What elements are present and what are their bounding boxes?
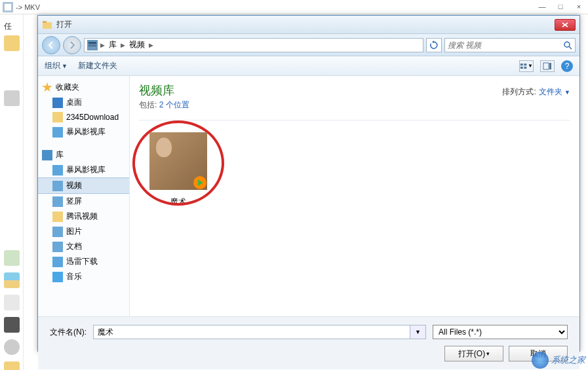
taskbar-folder-icon[interactable] [4, 35, 20, 51]
open-file-dialog: 打开 ▶ 库 ▶ 视频 ▶ [37, 15, 580, 352]
breadcrumb-sep-icon: ▶ [121, 42, 125, 48]
taskbar-gear-icon[interactable] [4, 339, 20, 355]
search-icon[interactable] [563, 41, 572, 50]
taskbar-disc-icon[interactable] [4, 317, 20, 333]
svg-rect-11 [520, 66, 523, 68]
svg-rect-9 [520, 64, 523, 65]
breadcrumb-sep-icon: ▶ [149, 42, 153, 48]
sidebar-libraries-header[interactable]: 库 [38, 147, 129, 162]
organize-menu[interactable]: 组织▼ [45, 60, 68, 71]
play-overlay-icon [193, 176, 207, 190]
sidebar-item-pictures[interactable]: 图片 [38, 224, 129, 239]
folder-icon [52, 212, 63, 222]
help-button[interactable]: ? [561, 60, 573, 72]
includes-link[interactable]: 2 个位置 [159, 100, 189, 109]
bg-maximize-button[interactable]: □ [551, 0, 570, 13]
svg-rect-5 [88, 45, 96, 46]
file-type-filter[interactable]: All Files (*.*) [433, 325, 568, 339]
download-icon [52, 257, 63, 267]
bg-close-button[interactable]: × [570, 0, 588, 13]
sidebar-item-tencent[interactable]: 腾讯视频 [38, 209, 129, 224]
svg-rect-10 [524, 64, 526, 65]
breadcrumb-libraries[interactable]: 库 [108, 39, 118, 50]
file-item-magic[interactable]: 魔术 [146, 128, 211, 208]
sidebar-item-baofeng[interactable]: 暴风影视库 [38, 162, 129, 177]
location-subtitle: 包括: 2 个位置 [139, 100, 570, 111]
sidebar-item-videos[interactable]: 视频 [38, 177, 129, 194]
location-title: 视频库 [139, 83, 174, 98]
svg-rect-4 [88, 42, 96, 44]
breadcrumb[interactable]: ▶ 库 ▶ 视频 ▶ [84, 38, 423, 52]
nav-forward-button[interactable] [63, 36, 81, 54]
svg-rect-2 [43, 22, 52, 29]
sidebar-item-xunlei[interactable]: 迅雷下载 [38, 254, 129, 269]
nav-bar: ▶ 库 ▶ 视频 ▶ [38, 34, 579, 56]
dialog-icon [42, 20, 52, 30]
bg-app-icon [3, 2, 13, 12]
taskbar-folder2-icon[interactable] [4, 361, 20, 370]
taskbar-music-icon[interactable] [4, 250, 20, 266]
main-area: 收藏夹 桌面 2345Download 暴风影视库 库 暴风影视库 视频 竖屏 … [38, 76, 579, 316]
svg-rect-3 [43, 21, 47, 23]
bg-titlebar: -> MKV — □ × [0, 0, 588, 14]
svg-rect-12 [524, 66, 526, 68]
bg-title-arrow: -> [16, 3, 22, 11]
sort-value-dropdown[interactable]: 文件夹 ▼ [539, 86, 570, 98]
sidebar-item-documents[interactable]: 文档 [38, 239, 129, 254]
bg-task-label: 任 [0, 18, 23, 35]
open-button[interactable]: 打开(O)▾ [444, 346, 503, 361]
svg-line-8 [569, 46, 572, 49]
split-arrow-icon: ▾ [486, 350, 490, 357]
view-mode-button[interactable]: ▼ [519, 60, 534, 72]
new-folder-button[interactable]: 新建文件夹 [78, 60, 117, 71]
sidebar-item-baofeng-fav[interactable]: 暴风影视库 [38, 124, 129, 139]
breadcrumb-videos[interactable]: 视频 [128, 39, 146, 50]
libraries-icon [42, 150, 52, 160]
taskbar-doc-icon[interactable] [4, 295, 20, 310]
dialog-titlebar: 打开 [38, 16, 579, 34]
watermark: 系统之家 [532, 352, 585, 369]
picture-icon [52, 227, 63, 237]
dialog-close-button[interactable] [555, 19, 576, 31]
breadcrumb-sep-icon: ▶ [100, 42, 105, 48]
sidebar-item-desktop[interactable]: 桌面 [38, 95, 129, 110]
sidebar-favorites-header[interactable]: 收藏夹 [38, 80, 129, 95]
globe-icon [532, 352, 549, 369]
svg-rect-1 [5, 4, 11, 10]
video-icon [52, 181, 63, 191]
sort-controls: 排列方式: 文件夹 ▼ [502, 86, 570, 98]
video-icon [52, 196, 63, 207]
video-lib-icon [52, 165, 63, 176]
music-icon [52, 272, 63, 282]
star-icon [42, 83, 52, 93]
bg-window-controls: — □ × [533, 0, 588, 13]
file-name-label: 魔术 [146, 196, 211, 208]
filename-input[interactable] [93, 325, 410, 339]
sidebar: 收藏夹 桌面 2345Download 暴风影视库 库 暴风影视库 视频 竖屏 … [38, 76, 130, 316]
sidebar-item-music[interactable]: 音乐 [38, 269, 129, 284]
sort-label: 排列方式: [502, 86, 536, 98]
desktop-icon [52, 98, 63, 108]
taskbar-film-icon[interactable] [4, 90, 20, 106]
svg-point-7 [564, 42, 570, 47]
svg-rect-14 [549, 63, 551, 69]
preview-pane-button[interactable] [540, 60, 555, 72]
filename-label: 文件名(N): [50, 327, 87, 338]
search-input[interactable] [448, 41, 563, 50]
breadcrumb-icon [87, 40, 98, 50]
svg-rect-13 [543, 63, 549, 69]
file-list-area[interactable]: 视频库 排列方式: 文件夹 ▼ 包括: 2 个位置 魔术 [130, 76, 579, 316]
filename-dropdown-button[interactable]: ▼ [410, 325, 426, 339]
dialog-footer: 文件名(N): ▼ All Files (*.*) 打开(O)▾ 取消 [38, 316, 579, 369]
refresh-button[interactable] [426, 38, 442, 52]
search-box[interactable] [444, 38, 576, 52]
taskbar-photo-icon[interactable] [4, 272, 20, 288]
sidebar-item-2345download[interactable]: 2345Download [38, 110, 129, 124]
nav-back-button[interactable] [42, 36, 60, 54]
document-icon [52, 242, 63, 252]
bg-minimize-button[interactable]: — [533, 0, 551, 13]
bg-taskbar-icons [4, 35, 20, 370]
divider [139, 120, 570, 120]
sidebar-item-vertical[interactable]: 竖屏 [38, 194, 129, 209]
video-lib-icon [52, 127, 63, 138]
